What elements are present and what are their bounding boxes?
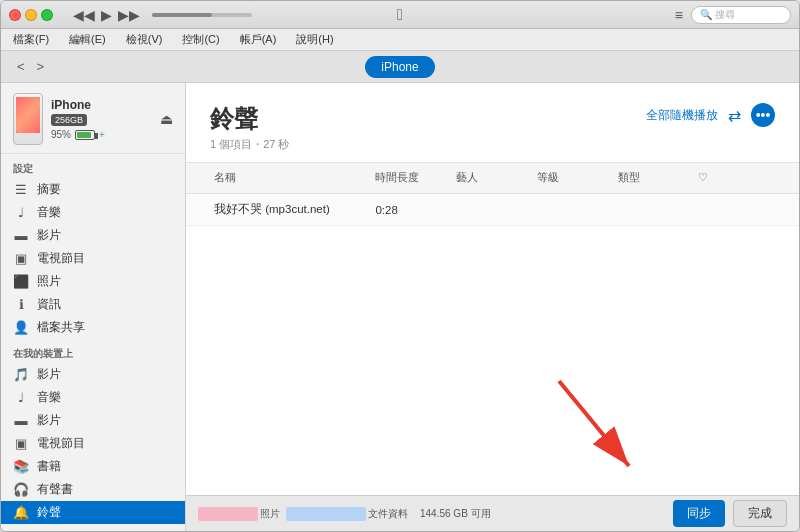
menu-view[interactable]: 檢視(V) [122, 30, 167, 49]
title-bar: ◀◀ ▶ ▶▶  ≡ 🔍 搜尋 [1, 1, 799, 29]
battery-icon [75, 130, 95, 140]
iphone-tab[interactable]: iPhone [365, 56, 434, 78]
col-name: 名稱 [210, 167, 371, 189]
cell-rating [533, 206, 614, 214]
search-placeholder: 搜尋 [715, 8, 735, 22]
done-button[interactable]: 完成 [733, 500, 787, 527]
sidebar-item-filesharing[interactable]: 👤 檔案共享 [1, 316, 185, 339]
main-layout: iPhone 256GB 95% + ⏏ 設定 ☰ 摘要 [1, 83, 799, 531]
menu-edit[interactable]: 編輯(E) [65, 30, 110, 49]
sidebar-music-label: 音樂 [37, 205, 61, 220]
dev-audiobooks-icon: 🎧 [13, 482, 29, 497]
minimize-button[interactable] [25, 9, 37, 21]
cell-type [614, 206, 695, 214]
more-dots-icon: ••• [756, 107, 771, 123]
sidebar-item-dev-tv[interactable]: ▣ 電視節目 [1, 432, 185, 455]
sidebar-item-tv[interactable]: ▣ 電視節目 [1, 247, 185, 270]
docs-segment-label: 文件資料 [368, 507, 408, 521]
sidebar: iPhone 256GB 95% + ⏏ 設定 ☰ 摘要 [1, 83, 186, 531]
on-device-section-label: 在我的裝置上 [1, 339, 185, 363]
content-title-section: 鈴聲 1 個項目・27 秒 [210, 103, 289, 152]
cell-name: 我好不哭 (mp3cut.net) [210, 198, 371, 221]
cell-duration: 0:28 [371, 200, 452, 220]
content-title: 鈴聲 [210, 103, 289, 135]
sidebar-item-photos[interactable]: ⬛ 照片 [1, 270, 185, 293]
close-button[interactable] [9, 9, 21, 21]
maximize-button[interactable] [41, 9, 53, 21]
device-info-text: iPhone 256GB 95% + [51, 98, 152, 140]
sidebar-movies-label: 影片 [37, 228, 61, 243]
sidebar-ringtones-label: 鈴聲 [37, 505, 61, 520]
menu-control[interactable]: 控制(C) [178, 30, 223, 49]
menu-help[interactable]: 說明(H) [292, 30, 337, 49]
battery-row: 95% + [51, 129, 152, 140]
dev-music-icon: 🎵 [13, 367, 29, 382]
play-button[interactable]: ▶ [101, 7, 112, 23]
forward-button[interactable]: > [33, 57, 49, 76]
back-button[interactable]: < [13, 57, 29, 76]
sidebar-dev-audiobooks-label: 有聲書 [37, 482, 73, 497]
device-icon [13, 93, 43, 145]
cell-heart [694, 206, 775, 214]
table-container: 名稱 時間長度 藝人 等級 類型 ♡ 我好不哭 (mp3cut.net) 0:2… [186, 163, 799, 495]
sidebar-item-ringtones[interactable]: 🔔 鈴聲 [1, 501, 185, 524]
eject-button[interactable]: ⏏ [160, 111, 173, 127]
search-bar[interactable]: 🔍 搜尋 [691, 6, 791, 24]
sidebar-dev-music-label: 影片 [37, 367, 61, 382]
music-icon: ♩ [13, 205, 29, 220]
sidebar-item-info[interactable]: ℹ 資訊 [1, 293, 185, 316]
list-view-icon[interactable]: ≡ [675, 7, 683, 23]
more-options-button[interactable]: ••• [751, 103, 775, 127]
summary-icon: ☰ [13, 182, 29, 197]
sidebar-dev-books-label: 書籍 [37, 459, 61, 474]
sidebar-dev-movies-label: 影片 [37, 413, 61, 428]
col-duration: 時間長度 [371, 167, 452, 189]
charging-icon: + [99, 129, 105, 140]
sidebar-info-label: 資訊 [37, 297, 61, 312]
shuffle-icon[interactable]: ⇄ [728, 106, 741, 125]
movies-icon: ▬ [13, 228, 29, 243]
table-header: 名稱 時間長度 藝人 等級 類型 ♡ [186, 163, 799, 194]
sidebar-filesharing-label: 檔案共享 [37, 320, 85, 335]
ringtones-icon: 🔔 [13, 505, 29, 520]
dev-tv-icon: ▣ [13, 436, 29, 451]
photos-icon: ⬛ [13, 274, 29, 289]
sidebar-item-dev-books[interactable]: 📚 書籍 [1, 455, 185, 478]
device-name: iPhone [51, 98, 152, 112]
dev-audio-icon: ♩ [13, 390, 29, 405]
fast-forward-button[interactable]: ▶▶ [118, 7, 140, 23]
table-row[interactable]: 我好不哭 (mp3cut.net) 0:28 [186, 194, 799, 226]
photos-segment-label: 照片 [260, 507, 280, 521]
sidebar-item-dev-audio[interactable]: ♩ 音樂 [1, 386, 185, 409]
menu-file[interactable]: 檔案(F) [9, 30, 53, 49]
sync-button[interactable]: 同步 [673, 500, 725, 527]
rewind-button[interactable]: ◀◀ [73, 7, 95, 23]
menu-bar: 檔案(F) 編輯(E) 檢視(V) 控制(C) 帳戶(A) 說明(H) [1, 29, 799, 51]
sidebar-item-dev-music[interactable]: 🎵 影片 [1, 363, 185, 386]
sidebar-dev-audio-label: 音樂 [37, 390, 61, 405]
battery-percent: 95% [51, 129, 71, 140]
sidebar-item-movies[interactable]: ▬ 影片 [1, 224, 185, 247]
device-storage-badge: 256GB [51, 114, 87, 126]
sidebar-item-dev-movies[interactable]: ▬ 影片 [1, 409, 185, 432]
shuffle-all-link[interactable]: 全部隨機播放 [646, 108, 718, 123]
title-bar-right: ≡ 🔍 搜尋 [675, 6, 791, 24]
device-info: iPhone 256GB 95% + ⏏ [1, 83, 185, 154]
tv-icon: ▣ [13, 251, 29, 266]
col-heart: ♡ [694, 167, 775, 189]
nav-arrows: < > [13, 57, 48, 76]
app-window: ◀◀ ▶ ▶▶  ≡ 🔍 搜尋 檔案(F) 編輯(E) 檢視(V) 控制(C)… [0, 0, 800, 532]
sidebar-item-summary[interactable]: ☰ 摘要 [1, 178, 185, 201]
sidebar-item-music[interactable]: ♩ 音樂 [1, 201, 185, 224]
sidebar-item-dev-audiobooks[interactable]: 🎧 有聲書 [1, 478, 185, 501]
content-header-actions: 全部隨機播放 ⇄ ••• [646, 103, 775, 127]
dev-books-icon: 📚 [13, 459, 29, 474]
sidebar-tv-label: 電視節目 [37, 251, 85, 266]
bottom-bar: 照片 文件資料 144.56 GB 可用 同步 完成 [186, 495, 799, 531]
info-icon: ℹ [13, 297, 29, 312]
menu-account[interactable]: 帳戶(A) [236, 30, 281, 49]
content-header: 鈴聲 1 個項目・27 秒 全部隨機播放 ⇄ ••• [186, 83, 799, 163]
window-controls [9, 9, 53, 21]
content-wrapper: 鈴聲 1 個項目・27 秒 全部隨機播放 ⇄ ••• 名稱 時間長度 [186, 83, 799, 531]
storage-bar: 照片 文件資料 [198, 507, 408, 521]
